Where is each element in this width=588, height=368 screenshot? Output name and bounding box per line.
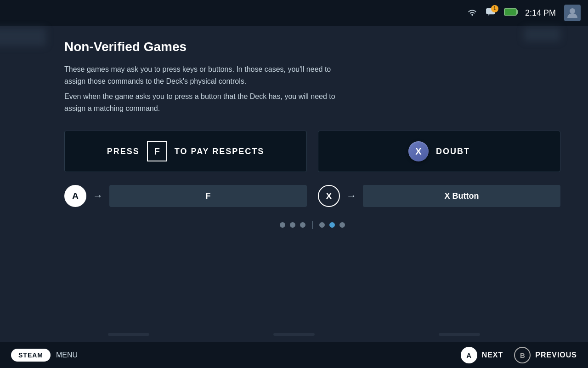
prev-action[interactable]: B PREVIOUS — [514, 347, 577, 363]
faint-decorations — [0, 333, 588, 336]
mapping-left: A → F — [64, 185, 307, 207]
dot-2 — [290, 222, 295, 228]
dot-5-active — [329, 222, 335, 228]
faint-bar-3 — [439, 333, 480, 336]
faint-bar-1 — [108, 333, 149, 336]
mapping-row: A → F X → X Button — [64, 185, 560, 207]
topbar: 1 2:14 PM — [0, 0, 588, 26]
steam-menu-group: STEAM MENU — [11, 349, 78, 362]
avatar[interactable] — [564, 5, 581, 21]
dot-4 — [319, 222, 325, 228]
arrow-left: → — [93, 190, 103, 202]
next-label: NEXT — [482, 351, 503, 359]
a-nav-button: A — [461, 347, 477, 363]
x-button-circle: X — [408, 141, 429, 161]
next-action[interactable]: A NEXT — [461, 347, 503, 363]
f-mapping-value[interactable]: F — [109, 185, 307, 207]
press-f-card: PRESS F TO PAY RESPECTS — [64, 131, 307, 172]
arrow-right: → — [346, 190, 356, 202]
main-content: Non-Verified Games These games may ask y… — [0, 26, 588, 342]
wifi-icon — [467, 8, 477, 18]
f-key-box: F — [147, 141, 167, 161]
doubt-text: DOUBT — [436, 147, 470, 156]
bottombar: STEAM MENU A NEXT B PREVIOUS — [0, 342, 588, 368]
nav-actions: A NEXT B PREVIOUS — [461, 347, 577, 363]
dot-divider — [312, 221, 313, 229]
press-f-suffix: TO PAY RESPECTS — [175, 147, 264, 156]
x-button-right: X — [318, 185, 340, 207]
faint-bar-2 — [273, 333, 315, 336]
notification-badge: 1 — [491, 5, 498, 12]
b-nav-button: B — [514, 347, 531, 363]
cards-row: PRESS F TO PAY RESPECTS X DOUBT — [64, 131, 560, 172]
dot-1 — [280, 222, 285, 228]
press-f-prefix: PRESS — [107, 147, 140, 156]
clock: 2:14 PM — [525, 8, 556, 18]
description-line2: Even when the game asks you to press a b… — [64, 91, 395, 114]
x-mapping-value[interactable]: X Button — [363, 185, 560, 207]
mapping-right: X → X Button — [318, 185, 560, 207]
pagination — [64, 221, 560, 229]
dot-3 — [300, 222, 305, 228]
description-line1: These games may ask you to press keys or… — [64, 63, 395, 87]
a-button-left: A — [64, 185, 86, 207]
dot-6 — [339, 222, 345, 228]
menu-label: MENU — [56, 351, 78, 359]
svg-point-1 — [570, 8, 575, 14]
steam-button[interactable]: STEAM — [11, 349, 51, 362]
page-title: Non-Verified Games — [64, 40, 560, 54]
x-doubt-card: X DOUBT — [318, 131, 560, 172]
notification-icon[interactable]: 1 — [486, 8, 496, 18]
prev-label: PREVIOUS — [535, 351, 577, 359]
battery-icon — [504, 8, 517, 18]
